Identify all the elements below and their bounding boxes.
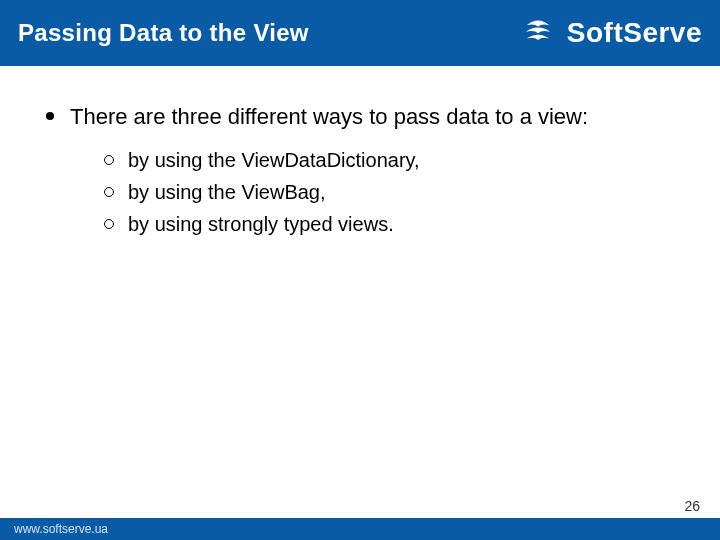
slide-header: Passing Data to the View SoftServe (0, 0, 720, 66)
slide-footer: www.softserve.ua (0, 518, 720, 540)
slide: Passing Data to the View SoftServe There… (0, 0, 720, 540)
page-number: 26 (684, 498, 700, 514)
footer-url: www.softserve.ua (14, 522, 108, 536)
list-item-text: by using the ViewDataDictionary, (128, 149, 420, 171)
brand: SoftServe (519, 12, 702, 54)
list-item: by using the ViewBag, (70, 176, 690, 208)
list-item-text: by using the ViewBag, (128, 181, 326, 203)
list-item: by using strongly typed views. (70, 208, 690, 240)
softserve-logo-icon (519, 12, 557, 54)
list-item-text: There are three different ways to pass d… (70, 104, 588, 129)
list-item: by using the ViewDataDictionary, (70, 144, 690, 176)
bullet-list: There are three different ways to pass d… (40, 102, 690, 240)
list-item: There are three different ways to pass d… (40, 102, 690, 240)
slide-body: There are three different ways to pass d… (0, 66, 720, 518)
sub-list: by using the ViewDataDictionary, by usin… (70, 144, 690, 240)
list-item-text: by using strongly typed views. (128, 213, 394, 235)
slide-title: Passing Data to the View (18, 19, 309, 47)
brand-name: SoftServe (567, 17, 702, 49)
